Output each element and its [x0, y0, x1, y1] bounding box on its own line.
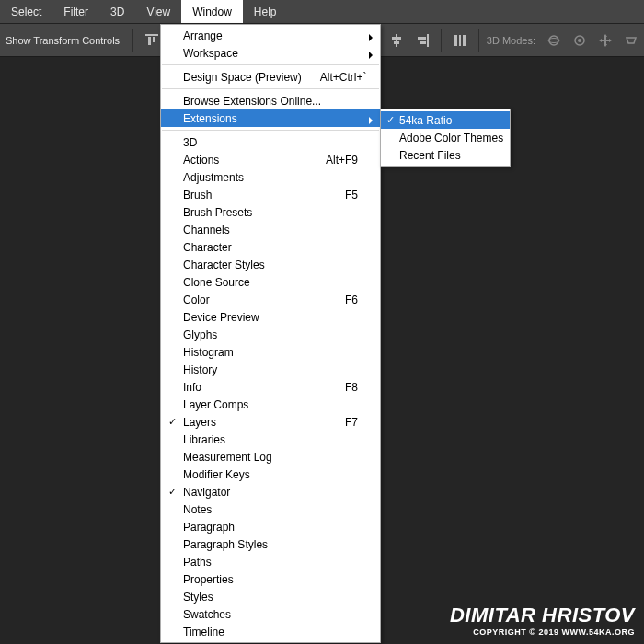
menu-item-panel[interactable]: Paragraph Styles — [161, 535, 380, 553]
menu-item-workspace[interactable]: Workspace — [161, 44, 380, 62]
orbit-icon[interactable] — [543, 29, 565, 52]
menu-item-panel[interactable]: Channels — [161, 221, 380, 238]
item-label: 54ka Ratio — [399, 114, 500, 127]
menu-item-panel[interactable]: Glyphs — [161, 326, 380, 343]
item-label: Extensions — [183, 112, 358, 125]
item-label: History — [183, 363, 358, 376]
menu-item-panel[interactable]: InfoF8 — [161, 378, 380, 396]
menu-item-panel[interactable]: Notes — [161, 500, 380, 518]
menu-filter[interactable]: Filter — [52, 0, 99, 23]
menu-item-panel[interactable]: Libraries — [161, 431, 380, 448]
item-label: Histogram — [183, 346, 358, 359]
pan-icon[interactable] — [594, 29, 616, 52]
show-transform-controls-label[interactable]: Show Transform Controls — [0, 35, 127, 46]
item-label: Design Space (Preview) — [183, 71, 302, 84]
submenu-arrow-icon — [369, 114, 373, 127]
menu-window[interactable]: Window — [181, 0, 243, 23]
item-label: Workspace — [183, 47, 358, 60]
separator — [162, 64, 379, 65]
rotate-icon[interactable] — [569, 29, 591, 52]
item-label: Arrange — [183, 29, 358, 42]
menu-item-panel[interactable]: Modifier Keys — [161, 466, 380, 483]
svg-rect-2 — [153, 37, 155, 42]
distribute-icon[interactable] — [449, 29, 471, 52]
item-label: 3D — [183, 136, 358, 149]
checkmark-icon: ✓ — [381, 114, 399, 126]
item-label: Color — [183, 293, 327, 306]
menu-item-panel[interactable]: Properties — [161, 570, 380, 588]
item-label: Navigator — [183, 486, 358, 499]
menu-item-panel[interactable]: Swatches — [161, 605, 380, 623]
align-right-icon[interactable] — [411, 29, 433, 52]
window-menu-dropdown: Arrange Workspace Design Space (Preview)… — [160, 24, 381, 643]
svg-rect-11 — [420, 41, 426, 44]
submenu-item[interactable]: Adobe Color Themes — [381, 129, 510, 146]
menu-item-panel[interactable]: Adjustments — [161, 168, 380, 186]
menu-item-panel[interactable]: ✓Navigator — [161, 483, 380, 500]
menu-item-arrange[interactable]: Arrange — [161, 27, 380, 44]
menu-item-panel[interactable]: Histogram — [161, 343, 380, 361]
submenu-item[interactable]: Recent Files — [381, 146, 510, 164]
shortcut: F6 — [327, 293, 358, 306]
checkmark-icon: ✓ — [161, 416, 183, 428]
menu-bar: Select Filter 3D View Window Help — [0, 0, 644, 24]
svg-rect-13 — [459, 35, 461, 46]
menu-item-panel[interactable]: Character Styles — [161, 256, 380, 273]
item-label: Brush — [183, 189, 327, 201]
svg-rect-7 — [392, 37, 401, 40]
svg-rect-8 — [394, 41, 399, 44]
checkmark-icon: ✓ — [161, 486, 183, 498]
menu-item-panel[interactable]: Brush Presets — [161, 203, 380, 221]
align-hcenter-icon[interactable] — [385, 29, 408, 52]
item-label: Clone Source — [183, 276, 358, 289]
item-label: Styles — [183, 591, 358, 604]
menu-item-extensions[interactable]: Extensions — [161, 109, 380, 127]
menu-item-panel[interactable]: Measurement Log — [161, 448, 380, 466]
menu-item-panel[interactable]: Character — [161, 238, 380, 256]
menu-item-panel[interactable]: Device Preview — [161, 308, 380, 326]
menu-item-browse-extensions[interactable]: Browse Extensions Online... — [161, 92, 380, 109]
separator — [132, 29, 133, 52]
separator — [162, 130, 379, 131]
separator — [441, 29, 442, 52]
shortcut: F5 — [327, 189, 358, 201]
menu-item-panel[interactable]: Timeline — [161, 623, 380, 640]
3d-modes-label: 3D Modes: — [485, 35, 541, 46]
menu-item-design-space[interactable]: Design Space (Preview) Alt+Ctrl+` — [161, 68, 380, 86]
svg-rect-14 — [463, 35, 466, 46]
item-label: Notes — [183, 503, 358, 516]
menu-item-panel[interactable]: Paths — [161, 553, 380, 570]
menu-item-panel[interactable]: Clone Source — [161, 273, 380, 291]
menu-select[interactable]: Select — [0, 0, 52, 23]
menu-help[interactable]: Help — [243, 0, 288, 23]
menu-item-panel[interactable]: 3D — [161, 133, 380, 151]
menu-item-panel[interactable]: BrushF5 — [161, 186, 380, 203]
item-label: Paths — [183, 556, 358, 569]
item-label: Modifier Keys — [183, 468, 358, 481]
svg-rect-0 — [145, 34, 158, 36]
item-label: Layers — [183, 416, 327, 429]
menu-3d[interactable]: 3D — [99, 0, 135, 23]
separator — [162, 88, 379, 89]
item-label: Device Preview — [183, 311, 358, 324]
menu-item-panel[interactable]: Layer Comps — [161, 396, 380, 413]
menu-item-panel[interactable]: Paragraph — [161, 518, 380, 535]
menu-item-panel[interactable]: ✓LayersF7 — [161, 413, 380, 431]
submenu-item[interactable]: ✓54ka Ratio — [381, 111, 510, 129]
menu-item-panel[interactable]: Styles — [161, 588, 380, 605]
item-label: Brush Presets — [183, 206, 358, 219]
svg-rect-9 — [427, 34, 429, 47]
shortcut: F7 — [327, 416, 358, 429]
item-label: Paragraph — [183, 521, 358, 534]
item-label: Adjustments — [183, 171, 358, 184]
svg-rect-6 — [396, 34, 397, 47]
svg-rect-1 — [148, 37, 151, 45]
menu-item-panel[interactable]: ActionsAlt+F9 — [161, 151, 380, 168]
menu-item-panel[interactable]: ColorF6 — [161, 291, 380, 308]
slide-icon[interactable] — [620, 29, 642, 52]
item-label: Browse Extensions Online... — [183, 95, 358, 108]
menu-view[interactable]: View — [135, 0, 181, 23]
svg-rect-10 — [418, 37, 426, 40]
menu-item-panel[interactable]: History — [161, 361, 380, 378]
item-label: Layer Comps — [183, 398, 358, 411]
